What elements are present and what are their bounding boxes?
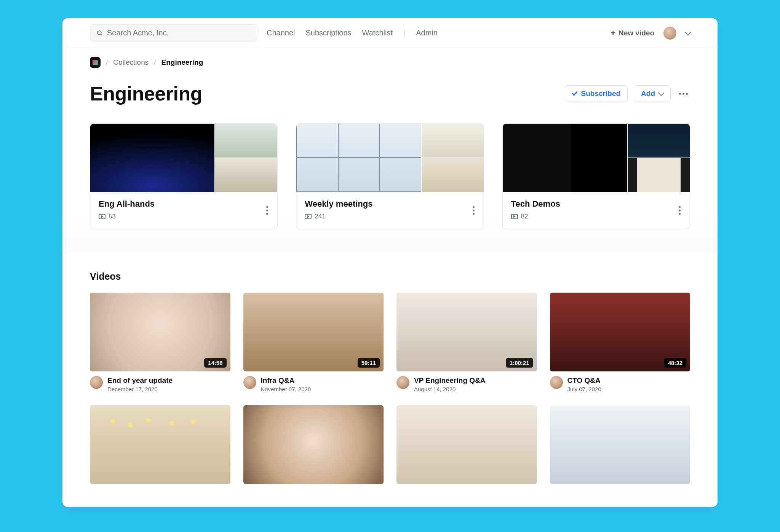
video-thumbnail [396, 405, 537, 484]
topbar: Channel Subscriptions Watchlist | Admin … [62, 18, 718, 48]
top-nav: Channel Subscriptions Watchlist | Admin [267, 29, 438, 37]
video-duration: 1:00:21 [506, 358, 533, 368]
video-duration: 59:11 [358, 358, 380, 368]
title-actions: Subscribed Add [565, 85, 690, 102]
collection-more-button[interactable] [264, 204, 270, 217]
subscribed-button[interactable]: Subscribed [565, 85, 628, 102]
video-card[interactable]: 48:32 CTO Q&A July 07, 2020 [550, 293, 690, 392]
nav-watchlist[interactable]: Watchlist [362, 29, 393, 37]
video-thumbnail [243, 405, 384, 484]
collection-card[interactable]: Tech Demos 82 [502, 123, 690, 229]
video-date: August 14, 2020 [414, 386, 486, 392]
check-icon [572, 90, 578, 96]
page-title: Engineering [90, 82, 202, 105]
collection-thumbs [503, 124, 690, 192]
collection-card[interactable]: Eng All-hands 53 [90, 123, 278, 229]
svg-line-1 [101, 34, 102, 35]
collection-meta: 241 [305, 213, 475, 220]
video-card[interactable]: 59:11 Infra Q&A November 07, 2020 [243, 293, 384, 392]
chevron-down-icon[interactable] [685, 29, 691, 35]
video-card[interactable] [243, 405, 384, 484]
search-icon [96, 30, 103, 37]
video-duration: 48:32 [664, 358, 686, 368]
collection-meta: 82 [511, 213, 681, 220]
video-thumbnail: 59:11 [243, 293, 384, 371]
subscribed-label: Subscribed [581, 89, 620, 98]
video-title: CTO Q&A [567, 376, 601, 385]
video-title: Infra Q&A [261, 376, 311, 385]
breadcrumb-collections[interactable]: Collections [113, 58, 149, 67]
breadcrumb-sep: / [154, 58, 156, 67]
collection-title: Tech Demos [511, 199, 681, 209]
breadcrumb: / Collections / Engineering [62, 48, 718, 72]
uploader-avatar[interactable] [90, 376, 103, 389]
add-button[interactable]: Add [634, 85, 671, 102]
video-card[interactable] [396, 405, 537, 484]
video-thumbnail: 14:58 [90, 293, 230, 371]
add-label: Add [641, 89, 655, 98]
video-title: End of year update [107, 376, 173, 385]
video-thumbnail [90, 405, 230, 484]
video-thumbnail: 48:32 [550, 293, 690, 371]
collection-thumbs [90, 124, 277, 192]
collection-count: 241 [315, 213, 325, 220]
video-count-icon [99, 214, 105, 219]
videos-grid: 14:58 End of year update December 17, 20… [90, 293, 690, 484]
title-bar: Engineering Subscribed Add [62, 72, 718, 123]
nav-channel[interactable]: Channel [267, 29, 295, 37]
video-card[interactable] [550, 405, 690, 484]
collection-title: Eng All-hands [99, 199, 269, 209]
videos-heading: Videos [90, 271, 690, 282]
video-title: VP Engineering Q&A [414, 376, 486, 385]
app-window: Channel Subscriptions Watchlist | Admin … [62, 18, 718, 507]
video-thumbnail [550, 405, 690, 484]
svg-point-0 [98, 31, 101, 35]
nav-subscriptions[interactable]: Subscriptions [306, 29, 352, 37]
video-thumbnail: 1:00:21 [396, 293, 537, 371]
video-duration: 14:58 [204, 358, 226, 368]
chevron-down-icon [658, 90, 665, 96]
collection-count: 82 [521, 213, 528, 220]
more-button[interactable] [677, 91, 690, 97]
breadcrumb-current: Engineering [161, 58, 203, 67]
video-card[interactable]: 14:58 End of year update December 17, 20… [90, 293, 230, 392]
uploader-avatar[interactable] [396, 376, 409, 389]
collection-thumbs [296, 124, 483, 192]
video-card[interactable] [90, 405, 230, 484]
video-date: December 17, 2020 [107, 386, 173, 392]
collections-row: Eng All-hands 53 Weekly meetings 241 [62, 123, 718, 252]
collection-title: Weekly meetings [305, 199, 475, 209]
collection-more-button[interactable] [676, 204, 683, 217]
new-video-button[interactable]: + New video [611, 29, 654, 37]
video-count-icon [305, 214, 312, 219]
nav-separator: | [403, 29, 405, 37]
new-video-label: New video [619, 29, 654, 37]
uploader-avatar[interactable] [243, 376, 256, 389]
search-box[interactable] [90, 24, 257, 41]
videos-section: Videos 14:58 End of year update December… [62, 252, 718, 507]
video-count-icon [511, 214, 518, 219]
user-avatar[interactable] [663, 27, 676, 40]
video-date: November 07, 2020 [261, 386, 311, 392]
video-date: July 07, 2020 [567, 386, 601, 392]
plus-icon: + [611, 29, 615, 37]
collection-meta: 53 [99, 213, 269, 220]
breadcrumb-sep: / [106, 58, 108, 67]
uploader-avatar[interactable] [550, 376, 563, 389]
workspace-logo[interactable] [90, 57, 101, 68]
collection-card[interactable]: Weekly meetings 241 [296, 123, 484, 229]
video-card[interactable]: 1:00:21 VP Engineering Q&A August 14, 20… [396, 293, 537, 392]
search-input[interactable] [107, 29, 251, 37]
nav-admin[interactable]: Admin [416, 29, 438, 37]
collection-count: 53 [109, 213, 116, 220]
collection-more-button[interactable] [470, 204, 477, 217]
